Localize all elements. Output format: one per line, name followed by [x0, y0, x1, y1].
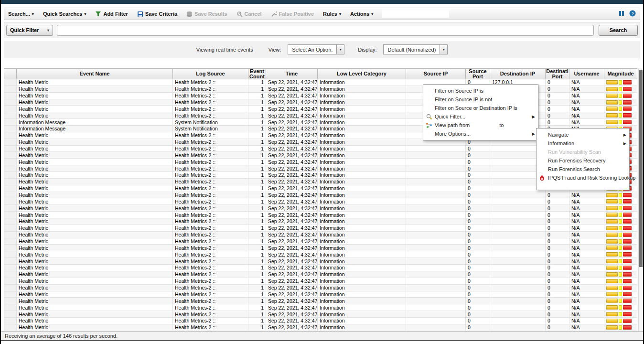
cell-source-ip: [406, 304, 466, 311]
scrollbar-thumb[interactable]: [639, 70, 643, 267]
cell-log-source: Health Metrics-2 ::: [173, 225, 248, 232]
cell-select: [4, 132, 17, 139]
menu-item-run-forensics-recovery[interactable]: Run Forensics Recovery: [537, 156, 629, 165]
cell-low-level-category: Information: [318, 251, 406, 258]
help-button[interactable]: ?: [629, 10, 636, 18]
submenu-arrow-icon: ▶: [623, 133, 626, 137]
cell-time: Sep 22, 2021, 4:32:47 PM: [266, 298, 318, 304]
menu-item-navigate[interactable]: Navigate▶: [537, 130, 629, 139]
table-row[interactable]: Health MetricHealth Metrics-2 ::1Sep 22,…: [4, 106, 637, 112]
table-row[interactable]: Health MetricHealth Metrics-2 ::1Sep 22,…: [4, 99, 637, 106]
table-row[interactable]: Health MetricHealth Metrics-2 ::1Sep 22,…: [4, 285, 637, 291]
table-row[interactable]: Health MetricHealth Metrics-2 ::1Sep 22,…: [4, 212, 637, 218]
cell-source-port: 0: [466, 318, 490, 324]
column-header-source-ip[interactable]: Source IP: [406, 68, 466, 79]
cell-event-count: 1: [248, 205, 266, 212]
path-icon: [426, 122, 432, 129]
table-row[interactable]: Health MetricHealth Metrics-2 ::1Sep 22,…: [4, 112, 637, 119]
column-header-destination-port[interactable]: Destinati Port: [546, 68, 569, 79]
table-row[interactable]: Health MetricHealth Metrics-2 ::1Sep 22,…: [4, 298, 637, 304]
table-row[interactable]: Health MetricHealth Metrics-2 ::1Sep 22,…: [4, 324, 637, 331]
cell-select: [4, 93, 17, 99]
toolbar-search-menu[interactable]: Search...▾: [8, 11, 34, 17]
column-header-username[interactable]: Username: [569, 68, 604, 79]
column-header-low-level-category[interactable]: Low Level Category: [318, 68, 406, 79]
search-button[interactable]: Search: [599, 25, 638, 36]
menu-item-filter-on-source-ip-is[interactable]: Filter on Source IP is: [423, 86, 538, 95]
table-row[interactable]: Health MetricHealth Metrics-2 ::1Sep 22,…: [4, 251, 637, 258]
table-row[interactable]: Health MetricHealth Metrics-2 ::1Sep 22,…: [4, 198, 637, 205]
cell-select: [4, 285, 17, 291]
cell-low-level-category: Information: [318, 112, 406, 119]
menu-item-more-options[interactable]: More Options...▶: [423, 129, 538, 138]
view-select[interactable]: Select An Option: ▾: [288, 44, 344, 54]
magnitude-segment: [619, 266, 622, 270]
cell-destination-ip: [490, 278, 546, 285]
menu-item-quick-filter[interactable]: Quick Filter...▶: [423, 112, 538, 121]
column-header-source-port[interactable]: Source Port: [466, 68, 490, 79]
cell-low-level-category: Information: [318, 311, 406, 318]
cell-source-port: 0: [466, 245, 490, 251]
toolbar-add-filter[interactable]: Add Filter: [95, 11, 128, 17]
menu-item-filter-on-source-ip-is-not[interactable]: Filter on Source IP is not: [423, 95, 538, 104]
column-header-select[interactable]: [4, 68, 17, 79]
table-row[interactable]: Health MetricHealth Metrics-2 ::1Sep 22,…: [4, 245, 637, 251]
quick-filter-dropdown[interactable]: Quick Filter ▾: [6, 25, 53, 36]
column-header-magnitude[interactable]: Magnitude: [604, 68, 637, 79]
toolbar-actions-menu[interactable]: Actions▾: [350, 11, 373, 17]
cell-event-count: 1: [248, 165, 266, 172]
table-row[interactable]: Health MetricHealth Metrics-2 ::1Sep 22,…: [4, 218, 637, 225]
menu-item-run-forensics-search[interactable]: Run Forensics Search: [537, 165, 629, 173]
magnitude-bar: [606, 252, 632, 257]
magnitude-segment: [623, 266, 632, 270]
table-row[interactable]: Health MetricHealth Metrics-2 ::1Sep 22,…: [4, 86, 637, 93]
vertical-scrollbar[interactable]: [638, 68, 643, 331]
table-row[interactable]: Health MetricHealth Metrics-2 ::1Sep 22,…: [4, 192, 637, 199]
cell-select: [4, 139, 17, 146]
table-row[interactable]: Health MetricHealth Metrics-2 ::1Sep 22,…: [4, 205, 637, 212]
toolbar-save-criteria[interactable]: Save Criteria: [137, 11, 177, 17]
menu-item-view-path-from[interactable]: View path fromto: [423, 121, 538, 129]
table-row[interactable]: Health MetricHealth Metrics-2 ::1Sep 22,…: [4, 265, 637, 271]
cell-log-source: Health Metrics-2 ::: [173, 238, 248, 245]
menu-item-filter-on-source-or-destination-ip-is[interactable]: Filter on Source or Destination IP is: [423, 104, 538, 112]
column-header-destination-ip[interactable]: Destination IP: [490, 68, 546, 79]
event-table-body: Health MetricHealth Metrics-2 ::1Sep 22,…: [4, 79, 637, 331]
toolbar-rules-menu[interactable]: Rules▾: [323, 11, 341, 17]
table-row[interactable]: Health MetricHealth Metrics-2 ::1Sep 22,…: [4, 318, 637, 324]
table-row[interactable]: Health MetricHealth Metrics-2 ::1Sep 22,…: [4, 258, 637, 265]
quick-filter-input[interactable]: [57, 25, 594, 36]
cell-magnitude: [604, 298, 637, 304]
magnitude-segment: [623, 239, 632, 244]
column-header-event-name[interactable]: Event Name: [17, 68, 173, 79]
table-row[interactable]: Health MetricHealth Metrics-2 ::1Sep 22,…: [4, 291, 637, 298]
table-row[interactable]: Health MetricHealth Metrics-2 ::1Sep 22,…: [4, 271, 637, 278]
table-row[interactable]: Health MetricHealth Metrics-2 ::1Sep 22,…: [4, 304, 637, 311]
table-row[interactable]: Health MetricHealth Metrics-2 ::1Sep 22,…: [4, 225, 637, 232]
cell-select: [4, 106, 17, 112]
cell-low-level-category: Information: [318, 225, 406, 232]
menu-item-ipqs-fraud-and-risk-scoring-lookup[interactable]: IPQS Fraud and Risk Scoring Lookup: [537, 173, 629, 182]
table-row[interactable]: Health MetricHealth Metrics-2 ::1Sep 22,…: [4, 278, 637, 285]
table-row[interactable]: Health MetricHealth Metrics-2 ::1Sep 22,…: [4, 93, 637, 99]
column-header-log-source[interactable]: Log Source: [173, 68, 248, 79]
cell-log-source: Health Metrics-2 ::: [173, 159, 248, 165]
table-row[interactable]: Health MetricHealth Metrics-2 ::1Sep 22,…: [4, 79, 637, 86]
pause-button[interactable]: [619, 11, 624, 17]
menu-item-information[interactable]: Information▶: [537, 139, 629, 148]
column-header-time[interactable]: Time: [266, 68, 318, 79]
display-select[interactable]: Default (Normalized) ▾: [383, 44, 448, 54]
toolbar-quick-searches-menu[interactable]: Quick Searches▾: [43, 11, 86, 17]
magnitude-segment: [623, 259, 632, 263]
database-icon: [186, 11, 193, 17]
table-row[interactable]: Health MetricHealth Metrics-2 ::1Sep 22,…: [4, 238, 637, 245]
table-row[interactable]: Health MetricHealth Metrics-2 ::1Sep 22,…: [4, 311, 637, 318]
magnitude-segment: [606, 266, 618, 270]
table-row[interactable]: Information MessageSystem Notification1S…: [4, 119, 637, 126]
column-header-event-count[interactable]: Event Count: [248, 68, 266, 79]
cell-username: N/A: [569, 93, 604, 99]
cell-select: [4, 112, 17, 119]
cell-destination-port: 0: [546, 298, 569, 304]
table-row[interactable]: Health MetricHealth Metrics-2 ::1Sep 22,…: [4, 232, 637, 238]
cell-log-source: Health Metrics-2 ::: [173, 79, 248, 86]
